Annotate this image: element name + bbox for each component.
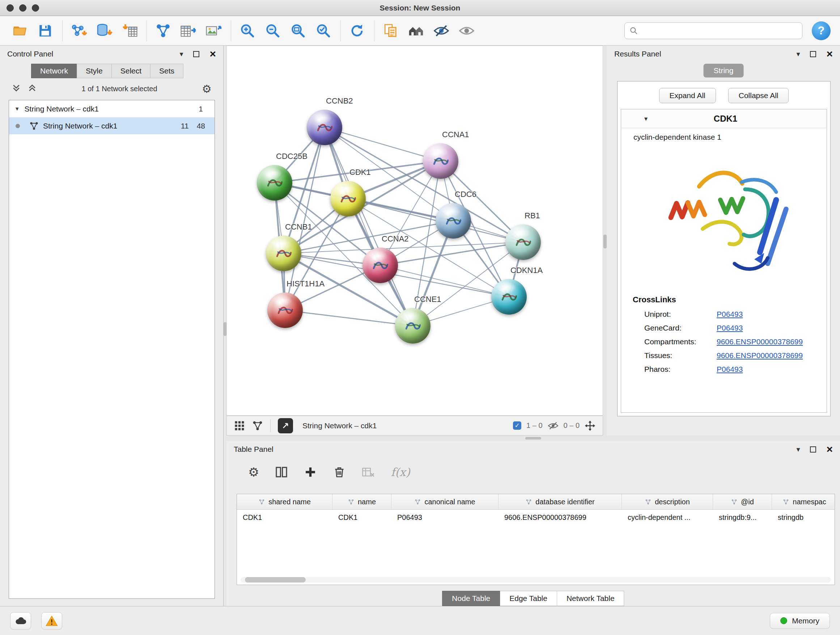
import-network-file-icon[interactable] (68, 20, 89, 41)
save-session-icon[interactable] (35, 20, 56, 41)
node-HIST1H1A[interactable] (267, 293, 303, 328)
delete-column-trash-icon[interactable] (333, 466, 346, 478)
gene-name: CDK1 (647, 114, 804, 124)
tab-select[interactable]: Select (111, 64, 150, 78)
zoom-out-icon[interactable] (262, 20, 283, 41)
crosslink-link[interactable]: P06493 (717, 365, 743, 374)
float-panel-icon[interactable] (810, 51, 816, 57)
tab-string[interactable]: String (704, 64, 744, 78)
column-header--id[interactable]: @id (713, 494, 772, 509)
panel-menu-icon[interactable]: ▾ (796, 446, 800, 453)
hidden-node-edge-counts: 0 – 0 (564, 421, 579, 430)
node-CCNB2[interactable] (307, 110, 342, 145)
home-layouts-icon[interactable] (406, 20, 426, 41)
column-header-namespac[interactable]: namespac (772, 494, 835, 509)
new-network-icon[interactable] (153, 20, 174, 41)
help-icon[interactable]: ? (812, 21, 831, 40)
import-table-icon[interactable] (119, 20, 140, 41)
right-splitter-handle[interactable] (603, 234, 607, 249)
network-options-gear-icon[interactable]: ⚙ (202, 82, 212, 95)
column-type-icon (258, 499, 265, 505)
expand-all-icon[interactable] (27, 83, 37, 95)
protein-structure-icon (337, 188, 359, 210)
column-header-database-identifier[interactable]: database identifier (499, 494, 622, 509)
show-columns-icon[interactable] (275, 466, 288, 478)
close-panel-icon[interactable]: × (826, 444, 833, 455)
close-panel-icon[interactable]: × (210, 49, 216, 59)
node-CDK1[interactable] (330, 181, 366, 217)
collapse-caret-icon[interactable]: ▾ (644, 115, 647, 123)
crosslink-link[interactable]: 9606.ENSP00000378699 (717, 351, 803, 360)
maximize-window-button[interactable] (32, 4, 39, 11)
expand-all-button[interactable]: Expand All (659, 88, 716, 103)
protein-structure-icon (274, 299, 296, 321)
tab-node-table[interactable]: Node Table (442, 591, 500, 606)
minimize-window-button[interactable] (19, 4, 27, 11)
birdseye-grid-icon[interactable] (234, 420, 245, 431)
column-header-canonical-name[interactable]: canonical name (392, 494, 499, 509)
open-session-icon[interactable] (9, 20, 30, 41)
refresh-icon[interactable] (347, 20, 368, 41)
tree-row[interactable]: String Network – cdk11148 (9, 117, 215, 134)
scrollbar-thumb[interactable] (245, 577, 306, 583)
tab-network[interactable]: Network (31, 64, 77, 78)
import-network-database-icon[interactable] (94, 20, 115, 41)
tab-sets[interactable]: Sets (150, 64, 183, 78)
column-header-description[interactable]: description (622, 494, 713, 509)
selected-checkbox-icon[interactable]: ✓ (513, 421, 521, 430)
tree-row[interactable]: ▾String Network – cdk11 (9, 100, 215, 117)
collapse-all-button[interactable]: Collapse All (728, 88, 789, 103)
tab-network-table[interactable]: Network Table (557, 591, 624, 606)
add-column-icon[interactable] (304, 466, 317, 478)
hide-selected-eye-slash-icon[interactable] (431, 20, 452, 41)
memory-button[interactable]: Memory (770, 613, 830, 629)
left-splitter-handle[interactable] (224, 322, 226, 336)
table-horizontal-scrollbar[interactable] (240, 577, 831, 583)
search-box[interactable] (624, 22, 802, 39)
toolbar-separator (62, 20, 63, 41)
zoom-fit-icon[interactable] (287, 20, 309, 41)
export-table-icon[interactable] (178, 20, 199, 41)
tab-style[interactable]: Style (77, 64, 111, 78)
node-CDKN1A[interactable] (491, 279, 527, 315)
close-window-button[interactable] (6, 4, 14, 11)
collapse-all-icon[interactable] (11, 83, 21, 95)
zoom-selected-icon[interactable] (313, 20, 334, 41)
duplicate-style-icon[interactable] (380, 20, 401, 41)
horizontal-splitter-handle[interactable] (525, 437, 541, 440)
network-canvas[interactable]: CCNB2CCNA1CDC25BCDK1CDC6RB1CCNB1CCNA2CDK… (226, 46, 603, 416)
node-CDC6[interactable] (436, 203, 471, 239)
export-image-icon[interactable] (203, 20, 224, 41)
panel-menu-icon[interactable]: ▾ (796, 50, 800, 57)
table-options-gear-icon[interactable]: ⚙ (248, 465, 259, 479)
node-RB1[interactable] (505, 225, 541, 260)
panel-menu-icon[interactable]: ▾ (180, 50, 183, 57)
column-header-name[interactable]: name (332, 494, 392, 509)
results-panel-header: Results Panel ▾ × (607, 46, 840, 62)
gene-entry-header[interactable]: ▾ CDK1 (621, 109, 827, 128)
node-CCNA1[interactable] (423, 143, 458, 179)
tab-edge-table[interactable]: Edge Table (500, 591, 557, 606)
close-panel-icon[interactable]: × (826, 49, 833, 59)
hidden-eye-slash-icon[interactable] (548, 420, 559, 431)
crosslink-link[interactable]: P06493 (717, 324, 743, 333)
network-icon[interactable] (252, 420, 263, 431)
export-network-icon[interactable] (278, 418, 293, 433)
column-header-shared-name[interactable]: shared name (237, 494, 332, 509)
node-CCNB1[interactable] (266, 236, 302, 271)
search-input[interactable] (642, 27, 798, 35)
warnings-button[interactable] (41, 612, 62, 630)
zoom-in-icon[interactable] (237, 20, 258, 41)
cloud-status-button[interactable] (10, 612, 31, 630)
node-CDC25B[interactable] (257, 165, 292, 201)
table-row[interactable]: CDK1CDK1P064939606.ENSP00000378699cyclin… (237, 510, 835, 525)
node-CCNA2[interactable] (363, 248, 398, 283)
crosslink-link[interactable]: 9606.ENSP00000378699 (717, 337, 803, 346)
show-all-eye-icon[interactable] (456, 20, 477, 41)
collapse-caret-icon[interactable]: ▾ (16, 105, 19, 112)
float-panel-icon[interactable] (810, 447, 816, 453)
crosslink-link[interactable]: P06493 (717, 310, 743, 318)
float-panel-icon[interactable] (193, 51, 199, 57)
node-CCNE1[interactable] (395, 308, 431, 344)
pan-crosshair-icon[interactable] (584, 420, 595, 431)
